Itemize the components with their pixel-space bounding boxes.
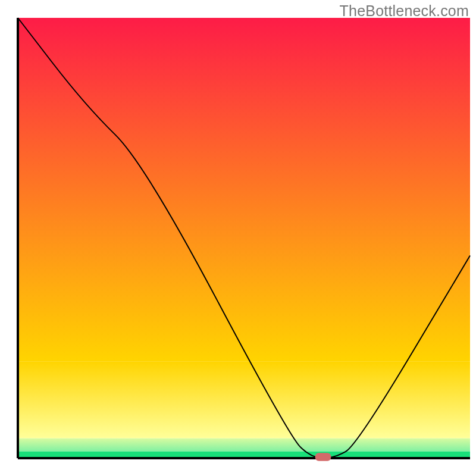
band-yellow xyxy=(18,361,470,439)
band-green-fade xyxy=(18,439,470,452)
optimal-marker xyxy=(315,453,331,461)
bottleneck-chart xyxy=(0,0,476,476)
plot-background xyxy=(18,18,470,361)
watermark-text: TheBottleneck.com xyxy=(340,2,469,20)
chart-container: TheBottleneck.com xyxy=(0,0,476,476)
